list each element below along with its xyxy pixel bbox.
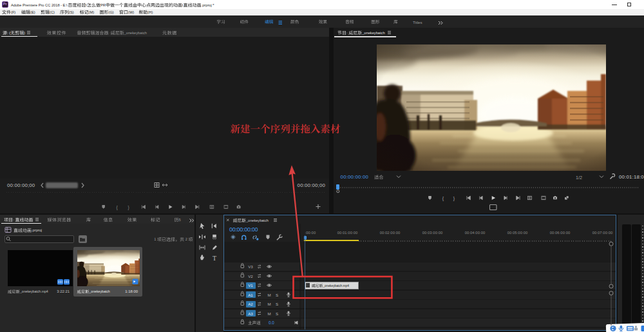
svg-text:T: T [213,255,216,262]
svg-text:}: } [453,196,455,201]
svg-text:}: } [128,205,130,210]
svg-text:{: { [116,205,118,210]
svg-text:{: { [442,196,444,201]
